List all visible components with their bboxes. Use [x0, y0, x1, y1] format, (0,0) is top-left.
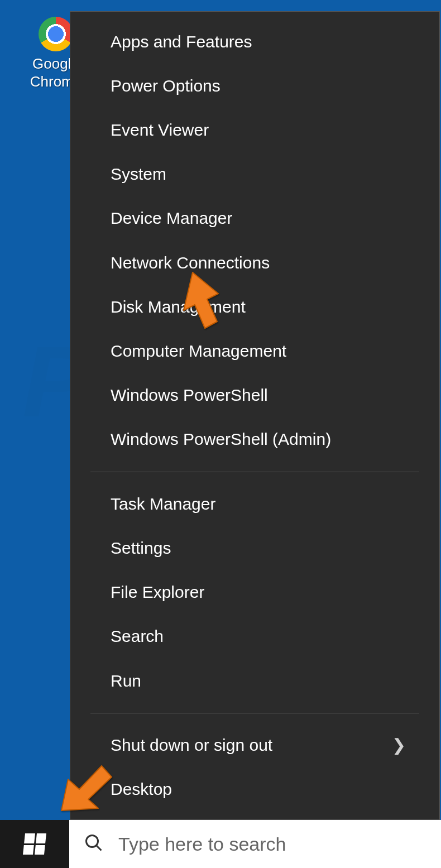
menu-item-windows-powershell-admin[interactable]: Windows PowerShell (Admin)	[70, 425, 439, 454]
menu-item-power-options[interactable]: Power Options	[70, 71, 439, 100]
menu-item-settings[interactable]: Settings	[70, 534, 439, 563]
search-input[interactable]	[118, 833, 426, 855]
menu-item-windows-powershell[interactable]: Windows PowerShell	[70, 381, 439, 410]
menu-item-label: Disk Management	[111, 297, 246, 317]
search-icon	[84, 833, 104, 855]
menu-item-apps-and-features[interactable]: Apps and Features	[70, 27, 439, 56]
menu-item-device-manager[interactable]: Device Manager	[70, 204, 439, 233]
menu-item-shut-down-or-sign-out[interactable]: Shut down or sign out ❯	[70, 731, 439, 760]
start-button[interactable]	[0, 820, 69, 868]
menu-item-label: File Explorer	[111, 582, 204, 602]
taskbar	[0, 820, 441, 868]
menu-item-label: Device Manager	[111, 208, 232, 228]
menu-item-label: Windows PowerShell	[111, 385, 268, 405]
menu-item-label: Task Manager	[111, 494, 215, 514]
menu-item-label: Desktop	[111, 779, 172, 799]
menu-item-label: Windows PowerShell (Admin)	[111, 429, 331, 449]
menu-item-label: Network Connections	[111, 253, 270, 273]
menu-item-label: Shut down or sign out	[111, 735, 272, 755]
menu-item-label: Apps and Features	[111, 32, 252, 52]
menu-item-system[interactable]: System	[70, 160, 439, 189]
taskbar-search[interactable]	[69, 820, 441, 868]
svg-line-1	[97, 846, 102, 851]
menu-item-computer-management[interactable]: Computer Management	[70, 337, 439, 366]
chevron-right-icon: ❯	[392, 735, 406, 755]
menu-item-label: Run	[111, 671, 141, 691]
menu-item-task-manager[interactable]: Task Manager	[70, 490, 439, 519]
menu-item-file-explorer[interactable]: File Explorer	[70, 578, 439, 607]
menu-item-run[interactable]: Run	[70, 666, 439, 696]
winx-context-menu: Apps and Features Power Options Event Vi…	[70, 11, 440, 820]
menu-item-label: Settings	[111, 538, 171, 558]
menu-item-label: Computer Management	[111, 341, 286, 361]
menu-separator	[90, 472, 419, 472]
windows-logo-icon	[23, 833, 46, 855]
menu-separator	[90, 713, 419, 713]
menu-item-network-connections[interactable]: Network Connections	[70, 248, 439, 277]
menu-item-label: Event Viewer	[111, 120, 209, 140]
menu-item-disk-management[interactable]: Disk Management	[70, 292, 439, 322]
chrome-icon	[39, 17, 73, 51]
svg-point-0	[87, 836, 98, 847]
menu-item-label: Power Options	[111, 76, 220, 96]
menu-item-label: System	[111, 164, 166, 184]
menu-item-search[interactable]: Search	[70, 622, 439, 651]
menu-item-desktop[interactable]: Desktop	[70, 775, 439, 804]
menu-item-event-viewer[interactable]: Event Viewer	[70, 116, 439, 145]
menu-item-label: Search	[111, 626, 164, 646]
